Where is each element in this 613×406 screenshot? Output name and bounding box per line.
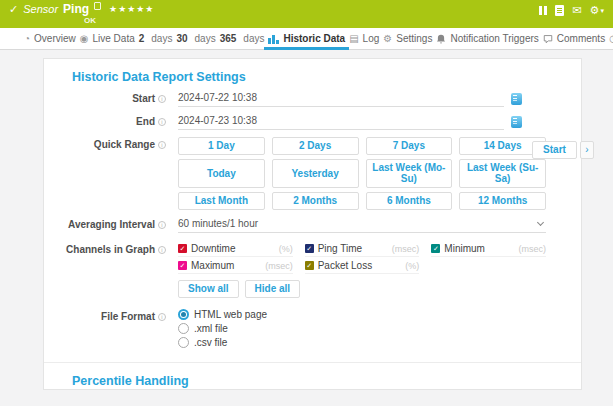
tab-365-days[interactable]: 365 days — [218, 28, 267, 49]
tab-overview[interactable]: ◔ Overview — [22, 28, 78, 49]
averaging-interval-label: Averaging Intervali — [44, 217, 166, 230]
end-input[interactable]: 2024-07-23 10:38 — [178, 114, 504, 130]
tab-30-days[interactable]: 30 days — [174, 28, 217, 49]
historic-data-icon — [268, 34, 279, 44]
tab-label: days — [243, 33, 264, 44]
quick-range-row: Quick Rangei 1 Day 2 Days 7 Days 14 Days… — [44, 137, 581, 210]
radio-selected-icon[interactable] — [178, 309, 189, 320]
pause-icon[interactable] — [539, 6, 547, 15]
radio-icon[interactable] — [178, 337, 189, 348]
channel-unit: (%) — [405, 261, 419, 271]
sensor-name[interactable]: Ping — [63, 3, 89, 16]
quick-range-12-months[interactable]: 12 Months — [459, 192, 546, 210]
sensor-flag-icon — [94, 2, 101, 10]
channels-label: Channels in Graphi — [44, 242, 166, 255]
start-row: Starti 2024-07-22 10:38 — [44, 91, 581, 107]
averaging-interval-row: Averaging Intervali 60 minutes/1 hour — [44, 217, 581, 233]
quick-range-last-month[interactable]: Last Month — [178, 192, 265, 210]
tab-settings[interactable]: ⚙ Settings — [381, 28, 434, 49]
quick-range-7-days[interactable]: 7 Days — [366, 137, 453, 155]
settings-menu-button[interactable]: ⚙ ▾ — [590, 5, 604, 16]
chevron-down-icon — [537, 219, 544, 226]
sensor-header: ✓ Sensor Ping ★★★★★ OK ✉ ⚙ ▾ — [0, 0, 613, 28]
info-icon[interactable]: i — [158, 118, 166, 126]
show-all-button[interactable]: Show all — [178, 280, 239, 298]
radio-label: .csv file — [194, 337, 227, 348]
sensor-tabbar: ◔ Overview ◉ Live Data 2 days 30 days 36… — [0, 28, 613, 50]
mail-icon[interactable]: ✉ — [572, 5, 581, 16]
info-icon[interactable]: i — [158, 313, 166, 321]
info-icon[interactable]: i — [158, 141, 166, 149]
calendar-icon[interactable] — [511, 116, 522, 128]
tab-label: Historic Data — [283, 33, 345, 44]
status-badge: OK — [84, 16, 96, 25]
file-format-csv-option[interactable]: .csv file — [178, 337, 546, 348]
quick-range-2-months[interactable]: 2 Months — [272, 192, 359, 210]
checkbox-checked-icon[interactable]: ✓ — [431, 244, 440, 253]
quick-range-last-week-su-sa[interactable]: Last Week (Su-Sa) — [459, 159, 546, 188]
end-label: Endi — [44, 114, 166, 127]
channel-packet-loss[interactable]: ✓ Packet Loss (%) — [305, 259, 420, 274]
tab-notification-triggers[interactable]: Notification Triggers — [434, 28, 540, 49]
gear-icon: ⚙ — [590, 5, 600, 16]
checkbox-checked-icon[interactable]: ✓ — [305, 261, 314, 270]
log-icon: ▤ — [349, 34, 358, 44]
tab-2-days[interactable]: 2 days — [137, 28, 175, 49]
channel-unit: (%) — [279, 244, 293, 254]
quick-range-today[interactable]: Today — [178, 159, 265, 188]
checkbox-checked-icon[interactable]: ✓ — [305, 244, 314, 253]
checkbox-checked-icon[interactable]: ✓ — [178, 261, 187, 270]
quick-range-6-months[interactable]: 6 Months — [366, 192, 453, 210]
selected-value: 60 minutes/1 hour — [178, 218, 538, 229]
tab-number: 2 — [139, 33, 145, 44]
file-format-html-option[interactable]: HTML web page — [178, 309, 546, 320]
label-text: Averaging Interval — [68, 219, 155, 230]
channel-maximum[interactable]: ✓ Maximum (msec) — [178, 259, 293, 274]
info-icon[interactable]: i — [158, 221, 166, 229]
info-icon[interactable]: i — [158, 95, 166, 103]
end-row: Endi 2024-07-23 10:38 — [44, 114, 581, 130]
overview-icon: ◔ — [24, 34, 30, 44]
channel-ping-time[interactable]: ✓ Ping Time (msec) — [305, 242, 420, 257]
start-report-button[interactable]: Start — [532, 141, 577, 159]
radio-icon[interactable] — [178, 323, 189, 334]
channel-name: Maximum — [191, 260, 261, 271]
channel-name: Packet Loss — [318, 260, 402, 271]
tab-label: Live Data — [92, 33, 134, 44]
tab-label: Notification Triggers — [450, 33, 538, 44]
channel-downtime[interactable]: ✓ Downtime (%) — [178, 242, 293, 257]
info-icon[interactable]: i — [158, 246, 166, 254]
channel-unit: (msec) — [265, 261, 293, 271]
channel-minimum[interactable]: ✓ Minimum (msec) — [431, 242, 546, 257]
quick-range-last-week-mo-su[interactable]: Last Week (Mo-Su) — [366, 159, 453, 188]
tab-comments[interactable]: Comments — [541, 28, 607, 49]
priority-stars[interactable]: ★★★★★ — [109, 3, 154, 16]
tab-number: 365 — [220, 33, 237, 44]
tab-label: days — [195, 33, 216, 44]
status-check-icon: ✓ — [9, 3, 18, 16]
label-text: End — [136, 116, 155, 127]
label-text: Start — [132, 93, 155, 104]
quick-range-2-days[interactable]: 2 Days — [272, 137, 359, 155]
section-divider — [44, 362, 581, 363]
quick-range-1-day[interactable]: 1 Day — [178, 137, 265, 155]
tab-historic-data[interactable]: Historic Data — [266, 28, 347, 49]
file-format-label: File Formati — [44, 309, 166, 322]
report-icon[interactable] — [555, 5, 564, 16]
expand-panel-button[interactable]: › — [580, 141, 594, 159]
channel-unit: (msec) — [392, 244, 420, 254]
history-icon: ◷ — [609, 34, 613, 44]
calendar-icon[interactable] — [511, 93, 522, 105]
hide-all-button[interactable]: Hide all — [245, 280, 301, 298]
tab-label: days — [151, 33, 172, 44]
label-text: File Format — [101, 311, 155, 322]
averaging-interval-select[interactable]: 60 minutes/1 hour — [178, 217, 546, 233]
checkbox-checked-icon[interactable]: ✓ — [178, 244, 187, 253]
file-format-xml-option[interactable]: .xml file — [178, 323, 546, 334]
start-input[interactable]: 2024-07-22 10:38 — [178, 91, 504, 107]
channel-name: Minimum — [444, 243, 514, 254]
quick-range-yesterday[interactable]: Yesterday — [272, 159, 359, 188]
tab-live-data[interactable]: ◉ Live Data — [78, 28, 137, 49]
tab-log[interactable]: ▤ Log — [347, 28, 381, 49]
tab-history[interactable]: ◷ History — [607, 28, 613, 49]
